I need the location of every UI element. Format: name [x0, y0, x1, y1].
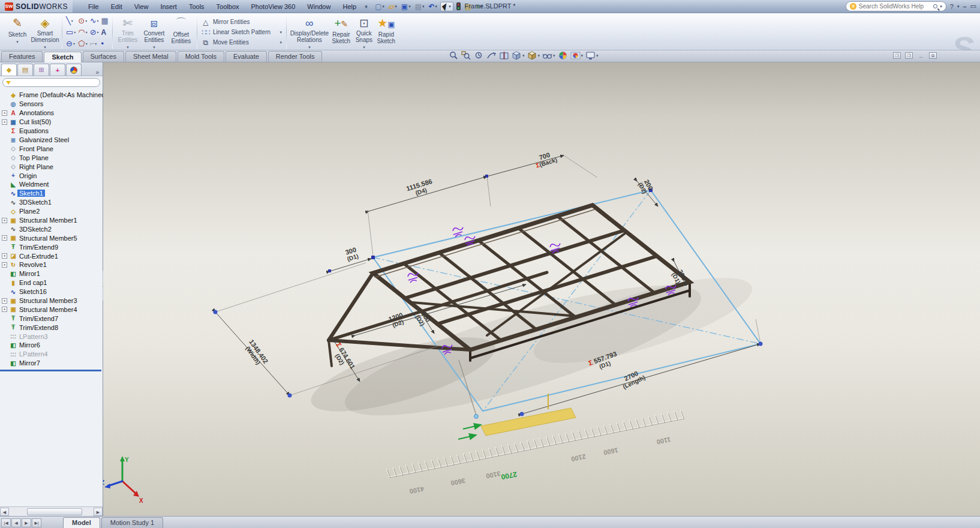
save-button[interactable]: ▣▾ [400, 2, 412, 11]
tree-item-structural-member4[interactable]: +▣Structural Member4 [1, 305, 103, 314]
section-view-button[interactable] [499, 51, 509, 60]
menu-photoview-360[interactable]: PhotoView 360 [251, 3, 296, 10]
tree-item-origin[interactable]: +Origin [1, 171, 103, 180]
tree-item-annotations[interactable]: +AAnnotations [1, 109, 103, 118]
minimize-button[interactable]: – [963, 3, 966, 10]
dimxpertmanager-tab[interactable]: + [50, 64, 65, 76]
display-delete-relations-button[interactable]: ∞ Display/Delete Relations▾ [290, 15, 329, 49]
tab-render-tools[interactable]: Render Tools [268, 51, 323, 62]
select-tool-button[interactable]: ◤▾ [440, 2, 453, 11]
expand-toggle[interactable]: + [2, 110, 7, 116]
tree-item-structural-member1[interactable]: +▣Structural Member1 [1, 216, 103, 225]
menu-edit[interactable]: Edit [111, 3, 122, 10]
scroll-left-arrow[interactable]: ◀ [0, 508, 9, 516]
scroll-right-arrow[interactable]: ▶ [94, 508, 103, 516]
polygon-tool[interactable]: ⬠▾ [77, 38, 88, 49]
tree-item-cut-extrude1[interactable]: +◪Cut-Extrude1 [1, 251, 103, 260]
menu-insert[interactable]: Insert [160, 3, 177, 10]
tree-item-plane2[interactable]: ◇Plane2 [1, 207, 103, 216]
menu-view[interactable]: View [134, 3, 149, 10]
doc-cascade-button[interactable]: ⧉ [929, 52, 937, 59]
expand-toggle[interactable]: + [2, 235, 7, 241]
prev-tab-button[interactable]: ◀ [11, 518, 21, 527]
edit-appearance-button[interactable] [558, 51, 568, 60]
expand-toggle[interactable]: + [2, 262, 7, 268]
open-button[interactable]: ▱▾ [387, 2, 398, 11]
tree-item-trim-extend9[interactable]: ŦTrim/Extend9 [1, 242, 103, 251]
doc-restore-button[interactable]: ❐ [893, 52, 901, 59]
tree-item-cut-list-50[interactable]: +▦Cut list(50) [1, 118, 103, 127]
tree-item-mirror6[interactable]: ◧Mirror6 [1, 341, 103, 350]
fillet-tool[interactable]: ⌐▾ [89, 38, 100, 49]
search-dropdown-icon[interactable]: ▾ [940, 4, 942, 9]
model-canvas[interactable]: 4100360031002700210016001100 1115.586(D4… [103, 62, 980, 516]
repair-sketch-button[interactable]: +✎ Repair Sketch [329, 15, 353, 49]
scroll-thumb[interactable] [27, 508, 82, 515]
previous-view-button[interactable] [474, 51, 484, 60]
panel-tabs-overflow[interactable]: » [95, 69, 101, 76]
tree-item-end-cap1[interactable]: ▮End cap1 [1, 278, 103, 287]
dimension-label[interactable]: 1200(D2) [387, 311, 406, 329]
expand-toggle[interactable]: + [2, 253, 7, 259]
display-style-button[interactable]: ▾ [527, 51, 540, 60]
tree-item-trim-extend8[interactable]: ŦTrim/Extend8 [1, 323, 103, 332]
propertymanager-tab[interactable]: ▤ [17, 64, 33, 76]
expand-toggle[interactable]: + [2, 218, 7, 223]
search-icon[interactable] [933, 4, 937, 8]
tree-item-right-plane[interactable]: ◇Right Plane [1, 162, 103, 171]
undo-button[interactable]: ↶▾ [428, 2, 439, 11]
sketch-picture-tool[interactable]: ▦ [101, 15, 109, 26]
expand-toggle[interactable]: + [2, 119, 7, 125]
menu-window[interactable]: Window [307, 3, 330, 10]
tree-item-revolve1[interactable]: +↻Revolve1 [1, 260, 103, 269]
tab-features[interactable]: Features [1, 51, 43, 62]
tree-filter-field[interactable] [2, 78, 100, 87]
menu-help[interactable]: Help [342, 3, 356, 10]
slot-tool[interactable]: ⊖▾ [65, 38, 76, 49]
help-search[interactable]: ? ▾ [846, 1, 946, 11]
expand-toggle[interactable]: + [2, 307, 7, 312]
tree-item-sensors[interactable]: ◎Sensors [1, 100, 103, 109]
tree-root-frame[interactable]: ◆ Frame (Default<As Machined>< [1, 90, 103, 100]
circle-tool[interactable]: ⊙▾ [77, 15, 88, 26]
point-tool[interactable]: • [101, 38, 109, 49]
sketch-button[interactable]: ✎ Sketch▾ [4, 15, 31, 49]
expand-toggle[interactable]: + [2, 298, 7, 304]
tree-item-structural-member3[interactable]: +▣Structural Member3 [1, 296, 103, 305]
tree-item-3dsketch1[interactable]: ∿3DSketch1 [1, 198, 103, 207]
last-tab-button[interactable]: ▶| [32, 518, 41, 527]
menu-pin-icon[interactable]: ♦ [365, 3, 368, 10]
new-document-button[interactable]: ▢▾ [374, 2, 386, 11]
tree-item-top-plane[interactable]: ◇Top Plane [1, 153, 103, 162]
line-tool[interactable]: ╲▾ [65, 15, 76, 26]
dimension-label[interactable]: 700Σ(Back) [533, 149, 558, 169]
tab-evaluate[interactable]: Evaluate [226, 51, 267, 62]
help-button[interactable]: ? [950, 3, 954, 10]
rebuild-button[interactable] [455, 2, 462, 11]
help-dropdown-icon[interactable]: ▾ [957, 4, 960, 9]
doc-restore2-button[interactable]: ❐ [905, 52, 913, 59]
hide-show-items-button[interactable]: ▾ [542, 51, 555, 60]
apply-scene-button[interactable]: ▾ [570, 51, 584, 60]
tree-item-lpattern4[interactable]: :::LPattern4 [1, 350, 103, 359]
spline-tool[interactable]: ∿▾ [89, 15, 100, 26]
rectangle-tool[interactable]: ▭▾ [65, 26, 76, 38]
zoom-to-area-button[interactable] [461, 51, 471, 60]
doc-minimize-button[interactable]: _ [917, 52, 925, 59]
tab-mold-tools[interactable]: Mold Tools [178, 51, 224, 62]
view-orientation-button[interactable]: ▾ [512, 51, 525, 60]
ellipse-tool[interactable]: ⊘▾ [89, 26, 100, 38]
linear-sketch-pattern-button[interactable]: ∷∷ Linear Sketch Pattern▾ [200, 28, 283, 37]
next-tab-button[interactable]: ▶ [22, 518, 31, 527]
tree-item-galvanized-steel[interactable]: ≣Galvanized Steel [1, 136, 103, 145]
tree-item-mirror7[interactable]: ◧Mirror7 [1, 359, 103, 368]
graphics-viewport[interactable]: 4100360031002700210016001100 1115.586(D4… [103, 62, 980, 516]
tree-item-front-plane[interactable]: ◇Front Plane [1, 144, 103, 153]
view-settings-button[interactable]: ▾ [585, 51, 599, 60]
tree-item-3dsketch2[interactable]: ∿3DSketch2 [1, 224, 103, 233]
rapid-sketch-button[interactable]: ★▣ Rapid Sketch [375, 15, 398, 49]
tree-item-sketch16[interactable]: ∿Sketch16 [1, 287, 103, 296]
tree-item-sketch1[interactable]: ∿Sketch1 [1, 189, 103, 198]
search-input[interactable] [859, 3, 931, 10]
first-tab-button[interactable]: |◀ [1, 518, 11, 527]
